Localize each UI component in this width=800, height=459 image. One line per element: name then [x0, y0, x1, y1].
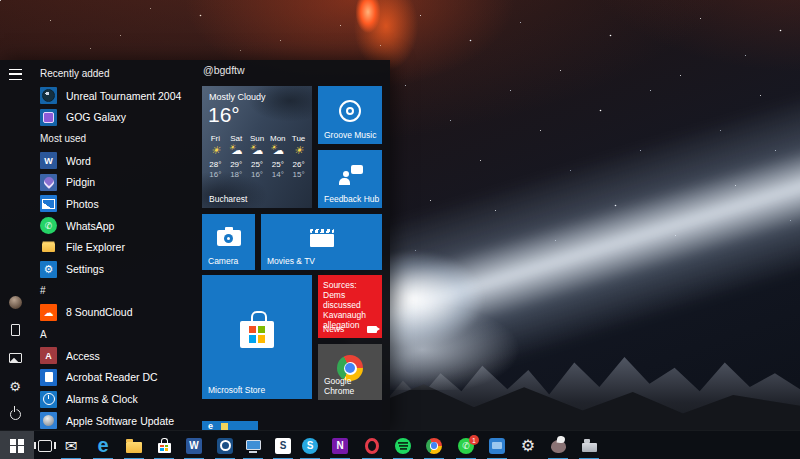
news-label: News — [323, 324, 344, 334]
start-menu-app-list: Recently added Unreal Tournament 2004 GO… — [30, 63, 196, 432]
hamburger-menu-icon[interactable] — [7, 66, 23, 82]
taskbar-computer[interactable] — [239, 431, 267, 459]
section-header: A — [30, 323, 196, 345]
taskbar-mail[interactable]: ✉ — [57, 431, 85, 459]
app-item-file-explorer[interactable]: File Explorer — [30, 237, 196, 259]
taskbar-skype[interactable]: S — [296, 431, 324, 459]
app-item-settings[interactable]: ⚙ Settings — [30, 258, 196, 280]
taskbar-sublime-text[interactable]: S — [269, 431, 297, 459]
taskbar-gimp[interactable] — [544, 431, 572, 459]
3d-builder-icon — [582, 443, 597, 452]
weather-forecast: Fri Sat Sun Mon Tue 28° 29° 25° 25° 26° … — [205, 134, 309, 179]
app-item-access[interactable]: A Access — [30, 345, 196, 367]
app-item-unreal-tournament[interactable]: Unreal Tournament 2004 — [30, 85, 196, 107]
app-item-whatsapp[interactable]: ✆ WhatsApp — [30, 215, 196, 237]
partly-cloudy-icon — [270, 144, 286, 158]
soundcloud-icon: ☁ — [40, 304, 57, 321]
taskbar-3d-builder[interactable] — [575, 431, 603, 459]
camera-icon — [217, 230, 241, 246]
taskbar-file-explorer[interactable] — [120, 431, 148, 459]
sublime-text-icon: S — [275, 438, 291, 454]
news-camera-icon — [367, 326, 377, 333]
tile-groove-music[interactable]: Groove Music — [318, 86, 382, 144]
ridge-light — [382, 300, 582, 390]
section-header: Most used — [30, 128, 196, 150]
settings-icon: ⚙ — [40, 261, 57, 278]
edge-icon: e — [97, 435, 108, 455]
user-account-icon[interactable] — [7, 294, 23, 310]
app-item-gog-galaxy[interactable]: GOG Galaxy — [30, 106, 196, 128]
opera-icon — [365, 438, 379, 454]
file-explorer-icon — [126, 442, 142, 453]
word-icon: W — [40, 152, 57, 169]
microsoft-store-icon — [240, 321, 274, 348]
power-icon[interactable] — [7, 406, 23, 422]
settings-gear-icon: ⚙ — [521, 438, 535, 454]
spotify-icon — [395, 438, 411, 454]
news-headline: Sources: Dems discussed Kavanaugh allega… — [323, 280, 377, 330]
microsoft-store-icon — [158, 443, 171, 453]
computer-icon — [246, 440, 261, 450]
sunny-icon — [291, 144, 307, 158]
taskbar-spotify[interactable] — [389, 431, 417, 459]
word-icon: W — [186, 438, 202, 454]
tile-movies-tv[interactable]: Movies & TV — [261, 214, 382, 270]
documents-icon[interactable] — [7, 322, 23, 338]
skype-icon: S — [302, 438, 318, 454]
app-item-pidgin[interactable]: Pidgin — [30, 171, 196, 193]
app-item-alarms-clock[interactable]: Alarms & Clock — [30, 388, 196, 410]
chrome-icon — [426, 438, 442, 454]
partly-cloudy-icon — [228, 144, 244, 158]
weather-temperature: 16° — [208, 103, 240, 127]
tile-microsoft-store[interactable]: Microsoft Store — [202, 275, 312, 399]
pictures-icon[interactable] — [7, 350, 23, 366]
tile-google-chrome[interactable]: Google Chrome — [318, 344, 382, 400]
settings-gear-icon[interactable]: ⚙ — [7, 378, 23, 394]
app-item-acrobat-reader[interactable]: Acrobat Reader DC — [30, 367, 196, 389]
stars — [0, 0, 1, 1]
tile-partial-edge[interactable] — [202, 421, 258, 430]
task-view-button[interactable] — [31, 431, 59, 459]
taskbar-whatsapp[interactable]: ✆ 1 — [452, 431, 480, 459]
tile-weather[interactable]: Mostly Cloudy 16° Fri Sat Sun Mon Tue 28… — [202, 86, 312, 208]
blue-window-app-icon — [489, 438, 505, 454]
start-button[interactable] — [0, 431, 34, 459]
tile-news[interactable]: Sources: Dems discussed Kavanaugh allega… — [318, 275, 382, 338]
taskbar-settings[interactable]: ⚙ — [514, 431, 542, 459]
taskbar-opera[interactable] — [358, 431, 386, 459]
whatsapp-notification-badge: 1 — [469, 435, 479, 445]
movies-tv-icon — [310, 234, 334, 247]
windows-logo-icon — [10, 439, 24, 453]
blue-circle-app-icon — [217, 438, 233, 454]
unreal-tournament-icon — [40, 87, 57, 104]
section-header: # — [30, 280, 196, 302]
start-menu: ⚙ Recently added Unreal Tournament 2004 … — [0, 60, 390, 430]
app-item-soundcloud[interactable]: ☁ 8 SoundCloud — [30, 302, 196, 324]
taskbar-microsoft-store[interactable] — [150, 431, 178, 459]
taskbar: ✉ e W S S N ✆ 1 ⚙ — [0, 430, 800, 459]
photos-icon — [40, 195, 57, 212]
file-explorer-icon — [40, 239, 57, 256]
desktop-screen: ⚙ Recently added Unreal Tournament 2004 … — [0, 0, 800, 459]
taskbar-blue-circle-app[interactable] — [211, 431, 239, 459]
alarms-clock-icon — [40, 391, 57, 408]
taskbar-google-chrome[interactable] — [420, 431, 448, 459]
whatsapp-icon: ✆ — [40, 217, 57, 234]
app-item-photos[interactable]: Photos — [30, 193, 196, 215]
app-item-word[interactable]: W Word — [30, 150, 196, 172]
app-item-apple-software-update[interactable]: Apple Software Update — [30, 410, 196, 432]
section-header: Recently added — [30, 63, 196, 85]
tile-camera[interactable]: Camera — [202, 214, 255, 270]
tile-feedback-hub[interactable]: Feedback Hub — [318, 150, 382, 208]
taskbar-edge[interactable]: e — [89, 431, 117, 459]
taskbar-blue-window-app[interactable] — [483, 431, 511, 459]
weather-location: Bucharest — [209, 194, 247, 204]
access-icon: A — [40, 347, 57, 364]
taskbar-word[interactable]: W — [180, 431, 208, 459]
gog-galaxy-icon — [40, 109, 57, 126]
taskbar-onenote[interactable]: N — [326, 431, 354, 459]
pidgin-icon — [40, 174, 57, 191]
acrobat-reader-icon — [40, 369, 57, 386]
sunny-icon — [207, 144, 223, 158]
mail-icon: ✉ — [65, 438, 78, 453]
